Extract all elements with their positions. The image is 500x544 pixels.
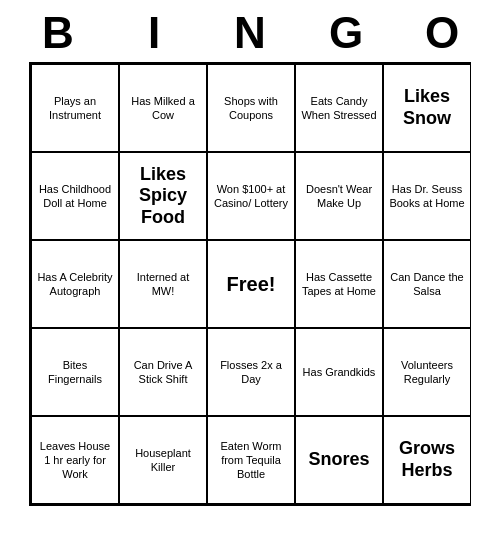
cell-r1c0[interactable]: Has Childhood Doll at Home [31,152,119,240]
cell-r3c2[interactable]: Flosses 2x a Day [207,328,295,416]
cell-r3c1[interactable]: Can Drive A Stick Shift [119,328,207,416]
cell-r2c2[interactable]: Free! [207,240,295,328]
bingo-grid: Plays an InstrumentHas Milked a CowShops… [29,62,471,506]
cell-r1c3[interactable]: Doesn't Wear Make Up [295,152,383,240]
bingo-letter-n: N [210,8,290,58]
cell-r4c2[interactable]: Eaten Worm from Tequila Bottle [207,416,295,504]
cell-r2c3[interactable]: Has Cassette Tapes at Home [295,240,383,328]
cell-r3c3[interactable]: Has Grandkids [295,328,383,416]
cell-r3c4[interactable]: Volunteers Regularly [383,328,471,416]
bingo-title: BINGO [10,0,490,62]
cell-r0c2[interactable]: Shops with Coupons [207,64,295,152]
bingo-letter-b: B [18,8,98,58]
cell-r1c2[interactable]: Won $100+ at Casino/ Lottery [207,152,295,240]
cell-r2c0[interactable]: Has A Celebrity Autograph [31,240,119,328]
cell-r3c0[interactable]: Bites Fingernails [31,328,119,416]
bingo-letter-o: O [402,8,482,58]
cell-r2c4[interactable]: Can Dance the Salsa [383,240,471,328]
cell-r0c4[interactable]: Likes Snow [383,64,471,152]
bingo-letter-g: G [306,8,386,58]
cell-r0c1[interactable]: Has Milked a Cow [119,64,207,152]
bingo-letter-i: I [114,8,194,58]
cell-r4c0[interactable]: Leaves House 1 hr early for Work [31,416,119,504]
cell-r4c1[interactable]: Houseplant Killer [119,416,207,504]
cell-r4c3[interactable]: Snores [295,416,383,504]
cell-r1c1[interactable]: Likes Spicy Food [119,152,207,240]
cell-r4c4[interactable]: Grows Herbs [383,416,471,504]
cell-r2c1[interactable]: Interned at MW! [119,240,207,328]
cell-r0c0[interactable]: Plays an Instrument [31,64,119,152]
cell-r0c3[interactable]: Eats Candy When Stressed [295,64,383,152]
cell-r1c4[interactable]: Has Dr. Seuss Books at Home [383,152,471,240]
